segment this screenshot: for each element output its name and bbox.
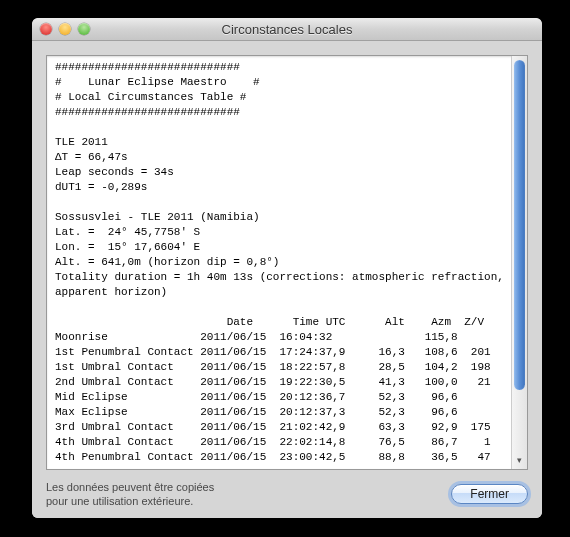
titlebar[interactable]: Circonstances Locales [32, 18, 542, 41]
traffic-lights [32, 23, 90, 35]
zoom-icon[interactable] [78, 23, 90, 35]
scroll-thumb[interactable] [514, 60, 525, 390]
close-button[interactable]: Fermer [451, 484, 528, 504]
minimize-icon[interactable] [59, 23, 71, 35]
window-title: Circonstances Locales [32, 22, 542, 37]
report-text[interactable]: ############################ # Lunar Ecl… [47, 56, 511, 469]
window: Circonstances Locales ##################… [32, 18, 542, 518]
close-icon[interactable] [40, 23, 52, 35]
footer: Les données peuvent être copiées pour un… [46, 470, 528, 508]
content-area: ############################ # Lunar Ecl… [32, 41, 542, 518]
report-textbox[interactable]: ############################ # Lunar Ecl… [46, 55, 528, 470]
copy-hint: Les données peuvent être copiées pour un… [46, 480, 214, 508]
scroll-down-icon[interactable]: ▾ [514, 455, 525, 467]
vertical-scrollbar[interactable]: ▾ [511, 56, 527, 469]
